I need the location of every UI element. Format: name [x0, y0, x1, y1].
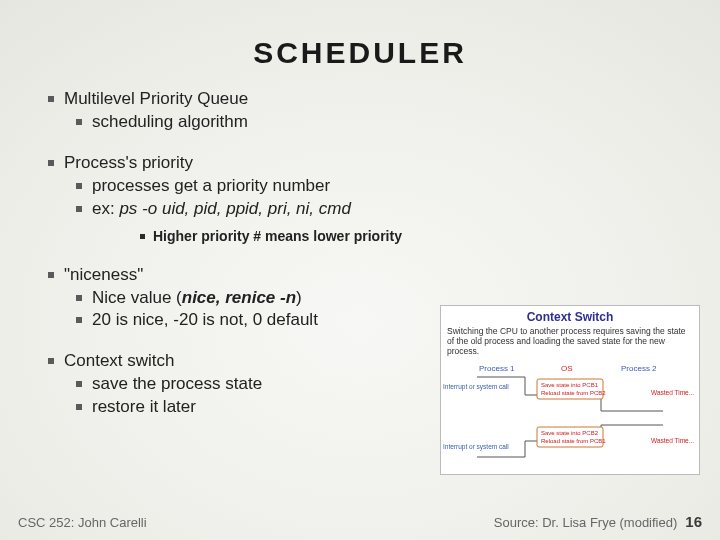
bullet-text: save the process state [92, 373, 262, 396]
context-switch-diagram: Context Switch Switching the CPU to anot… [440, 305, 700, 475]
bullet-text: "niceness" [64, 264, 143, 287]
bullet-text: scheduling algorithm [92, 111, 248, 134]
diagram-svg: Process 1 OS Process 2 Interrupt or syst… [441, 361, 699, 476]
svg-text:Process 2: Process 2 [621, 364, 657, 373]
footer: CSC 252: John Carelli Source: Dr. Lisa F… [0, 513, 720, 530]
svg-text:Save state into PCB2: Save state into PCB2 [541, 430, 599, 436]
section-multilevel: Multilevel Priority Queue scheduling alg… [48, 88, 720, 134]
diagram-title: Context Switch [441, 306, 699, 326]
page-number: 16 [685, 513, 702, 530]
bullet-text: 20 is nice, -20 is not, 0 default [92, 309, 318, 332]
svg-text:Interrupt or system call: Interrupt or system call [443, 383, 509, 391]
svg-text:Interrupt or system call: Interrupt or system call [443, 443, 509, 451]
bullet-text: processes get a priority number [92, 175, 330, 198]
footer-source: Source: Dr. Lisa Frye (modified) [494, 515, 678, 530]
svg-text:Reload state from PCB1: Reload state from PCB1 [541, 438, 606, 444]
svg-text:Process 1: Process 1 [479, 364, 515, 373]
bullet-text: Process's priority [64, 152, 193, 175]
bullet-text: restore it later [92, 396, 196, 419]
svg-text:OS: OS [561, 364, 573, 373]
bullet-note: Higher priority # means lower priority [153, 227, 402, 246]
footer-left: CSC 252: John Carelli [18, 515, 147, 530]
section-priority: Process's priority processes get a prior… [48, 152, 720, 246]
bullet-text: Multilevel Priority Queue [64, 88, 248, 111]
diagram-caption: Switching the CPU to another process req… [441, 326, 699, 361]
bullet-text: ex: ps -o uid, pid, ppid, pri, ni, cmd [92, 198, 351, 221]
svg-text:Wasted Time...: Wasted Time... [651, 389, 694, 396]
svg-text:Wasted Time...: Wasted Time... [651, 437, 694, 444]
bullet-text: Nice value (nice, renice -n) [92, 287, 302, 310]
slide-title: SCHEDULER [0, 0, 720, 88]
bullet-text: Context switch [64, 350, 175, 373]
svg-text:Save state into PCB1: Save state into PCB1 [541, 382, 599, 388]
svg-text:Reload state from PCB2: Reload state from PCB2 [541, 390, 606, 396]
